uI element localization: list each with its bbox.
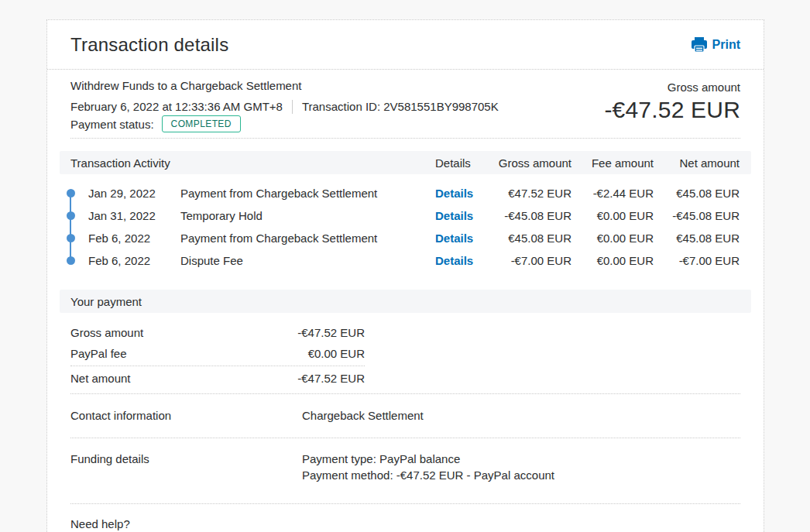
timeline-dot [67,211,75,220]
row-gross-amount: -€45.08 EUR [493,209,571,222]
row-fee-amount: €0.00 EUR [571,254,654,267]
row-date: Feb 6, 2022 [88,232,180,245]
row-date: Jan 29, 2022 [88,187,180,200]
transaction-id: Transaction ID: 2V581551BY998705K [302,100,499,114]
payment-type-line: Payment type: PayPal balance [302,451,740,467]
page-title: Transaction details [70,34,228,56]
row-description: Dispute Fee [180,254,435,267]
table-row: Jan 31, 2022 Temporary Hold Details -€45… [60,204,751,227]
payment-method-line: Payment method: -€47.52 EUR - PayPal acc… [302,467,740,483]
table-row: Jan 29, 2022 Payment from Chargeback Set… [60,182,751,204]
card-header: Transaction details Print [47,20,764,70]
net-amount-divider [70,366,365,366]
your-payment-breakdown: Gross amount -€47.52 EUR PayPal fee €0.0… [70,322,365,389]
row-fee-amount: €0.00 EUR [571,209,654,222]
funding-details-value: Payment type: PayPal balance Payment met… [302,451,740,483]
funding-details-row: Funding details Payment type: PayPal bal… [47,438,764,503]
status-badge: COMPLETED [162,115,241,132]
column-header-gross: Gross amount [493,156,571,170]
summary-divider [70,138,740,139]
timeline-dot [67,189,75,197]
need-help-heading: Need help? [47,504,764,532]
column-header-fee: Fee amount [571,156,654,170]
row-net-amount: -€7.00 EUR [654,254,740,267]
details-link[interactable]: Details [435,232,473,245]
column-header-details: Details [435,156,493,170]
table-row: Feb 6, 2022 Payment from Chargeback Sett… [60,227,751,249]
transaction-summary: Withdrew Funds to a Chargeback Settlemen… [47,70,764,138]
payment-fee-row: PayPal fee €0.00 EUR [70,343,365,364]
activity-rows: Jan 29, 2022 Payment from Chargeback Set… [60,174,751,272]
payment-gross-label: Gross amount [70,326,143,339]
funding-details-label: Funding details [70,451,302,483]
payment-gross-row: Gross amount -€47.52 EUR [70,322,365,343]
row-fee-amount: -€2.44 EUR [571,187,654,200]
activity-table-header: Transaction Activity Details Gross amoun… [60,151,751,174]
payment-net-label: Net amount [70,372,131,385]
column-header-net: Net amount [654,156,740,170]
gross-amount-label: Gross amount [604,81,740,94]
row-date: Jan 31, 2022 [88,209,180,222]
details-link[interactable]: Details [435,254,473,267]
print-label: Print [712,38,740,52]
details-link[interactable]: Details [435,209,473,222]
contact-information-row: Contact information Chargeback Settlemen… [47,394,764,438]
row-description: Temporary Hold [180,209,435,222]
contact-information-label: Contact information [70,407,302,424]
row-gross-amount: €47.52 EUR [493,187,571,200]
transaction-details-card: Transaction details Print Withdrew Funds… [46,19,764,532]
row-fee-amount: €0.00 EUR [571,232,654,245]
payment-net-value: -€47.52 EUR [297,372,365,385]
column-header-title: Transaction Activity [60,156,435,170]
payment-net-row: Net amount -€47.52 EUR [70,368,365,389]
payment-gross-value: -€47.52 EUR [297,326,365,339]
vertical-separator [292,100,293,114]
row-net-amount: -€45.08 EUR [654,209,740,222]
payment-fee-value: €0.00 EUR [308,347,365,360]
row-gross-amount: €45.08 EUR [493,232,571,245]
print-button[interactable]: Print [692,37,740,52]
row-net-amount: €45.08 EUR [654,232,740,245]
payment-fee-label: PayPal fee [70,347,127,360]
transaction-activity-table: Transaction Activity Details Gross amoun… [60,151,751,272]
printer-icon [692,37,707,52]
timeline-dot [67,234,75,242]
gross-amount-value: -€47.52 EUR [604,97,740,123]
table-row: Feb 6, 2022 Dispute Fee Details -€7.00 E… [60,249,751,272]
timeline-dot [67,256,75,265]
row-description: Payment from Chargeback Settlement [180,187,435,200]
your-payment-header: Your payment [60,290,751,313]
row-date: Feb 6, 2022 [88,254,180,267]
row-net-amount: €45.08 EUR [654,187,740,200]
row-gross-amount: -€7.00 EUR [493,254,571,267]
transaction-date: February 6, 2022 at 12:33:36 AM GMT+8 [70,100,283,114]
payment-status-label: Payment status: [70,118,154,131]
contact-information-value: Chargeback Settlement [302,407,740,424]
row-description: Payment from Chargeback Settlement [180,232,435,245]
details-link[interactable]: Details [435,187,473,200]
